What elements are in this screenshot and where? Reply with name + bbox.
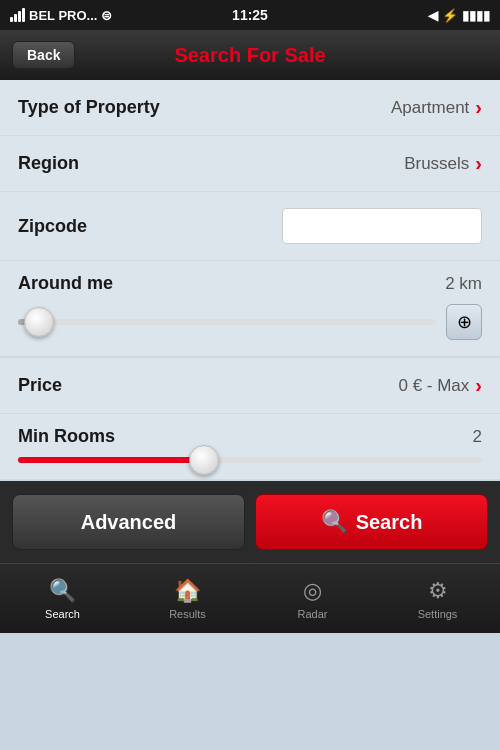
tab-bar: 🔍 Search 🏠 Results ◎ Radar ⚙ Settings	[0, 563, 500, 633]
bluetooth-icon: ⚡	[442, 8, 458, 23]
status-bar: BEL PRO... ⊜ 11:25 ◀ ⚡ ▮▮▮▮	[0, 0, 500, 30]
signal-bars	[10, 8, 25, 22]
zipcode-label: Zipcode	[18, 216, 87, 237]
results-tab-label: Results	[169, 608, 206, 620]
region-value-group: Brussels ›	[404, 152, 482, 175]
zipcode-input[interactable]	[282, 208, 482, 244]
min-rooms-slider-thumb[interactable]	[189, 445, 219, 475]
location-icon: ◀	[428, 8, 438, 23]
price-row[interactable]: Price 0 € - Max ›	[0, 358, 500, 414]
search-tab-icon: 🔍	[49, 578, 76, 604]
search-tab-label: Search	[45, 608, 80, 620]
around-me-section: Around me 2 km ⊕	[0, 261, 500, 358]
results-tab-icon: 🏠	[174, 578, 201, 604]
region-row[interactable]: Region Brussels ›	[0, 136, 500, 192]
type-of-property-value: Apartment	[391, 98, 469, 118]
min-rooms-section: Min Rooms 2	[0, 414, 500, 481]
nav-bar: Back Search For Sale	[0, 30, 500, 80]
around-me-slider-track[interactable]	[18, 319, 436, 325]
min-rooms-header: Min Rooms 2	[18, 426, 482, 447]
back-button[interactable]: Back	[12, 41, 75, 69]
min-rooms-value: 2	[473, 427, 482, 447]
region-chevron: ›	[475, 152, 482, 175]
main-content: Type of Property Apartment › Region Brus…	[0, 80, 500, 481]
status-time: 11:25	[232, 7, 268, 23]
crosshair-icon: ⊕	[457, 311, 472, 333]
tab-search[interactable]: 🔍 Search	[0, 564, 125, 633]
region-value: Brussels	[404, 154, 469, 174]
status-left: BEL PRO... ⊜	[10, 8, 112, 23]
tab-settings[interactable]: ⚙ Settings	[375, 564, 500, 633]
tab-results[interactable]: 🏠 Results	[125, 564, 250, 633]
nav-title: Search For Sale	[174, 44, 325, 67]
advanced-button[interactable]: Advanced	[12, 494, 245, 550]
type-of-property-label: Type of Property	[18, 97, 160, 118]
location-button[interactable]: ⊕	[446, 304, 482, 340]
settings-tab-label: Settings	[418, 608, 458, 620]
status-right: ◀ ⚡ ▮▮▮▮	[428, 8, 490, 23]
around-me-slider-row: ⊕	[18, 304, 482, 340]
around-me-header: Around me 2 km	[18, 273, 482, 294]
type-of-property-row[interactable]: Type of Property Apartment ›	[0, 80, 500, 136]
radar-tab-icon: ◎	[303, 578, 322, 604]
around-me-slider-thumb[interactable]	[24, 307, 54, 337]
bottom-buttons: Advanced 🔍 Search	[0, 481, 500, 563]
battery-icon: ▮▮▮▮	[462, 8, 490, 23]
zipcode-row: Zipcode	[0, 192, 500, 261]
price-value: 0 € - Max	[398, 376, 469, 396]
carrier-name: BEL PRO...	[29, 8, 97, 23]
around-me-value: 2 km	[445, 274, 482, 294]
price-chevron: ›	[475, 374, 482, 397]
region-label: Region	[18, 153, 79, 174]
type-of-property-chevron: ›	[475, 96, 482, 119]
search-button[interactable]: 🔍 Search	[255, 494, 488, 550]
wifi-icon: ⊜	[101, 8, 112, 23]
min-rooms-label: Min Rooms	[18, 426, 115, 447]
settings-tab-icon: ⚙	[428, 578, 448, 604]
price-value-group: 0 € - Max ›	[398, 374, 482, 397]
min-rooms-slider-row	[18, 457, 482, 463]
price-label: Price	[18, 375, 62, 396]
search-button-label: Search	[356, 511, 423, 534]
min-rooms-slider-track[interactable]	[18, 457, 482, 463]
tab-radar[interactable]: ◎ Radar	[250, 564, 375, 633]
around-me-label: Around me	[18, 273, 113, 294]
type-of-property-value-group: Apartment ›	[391, 96, 482, 119]
radar-tab-label: Radar	[298, 608, 328, 620]
search-button-icon: 🔍	[321, 509, 348, 535]
